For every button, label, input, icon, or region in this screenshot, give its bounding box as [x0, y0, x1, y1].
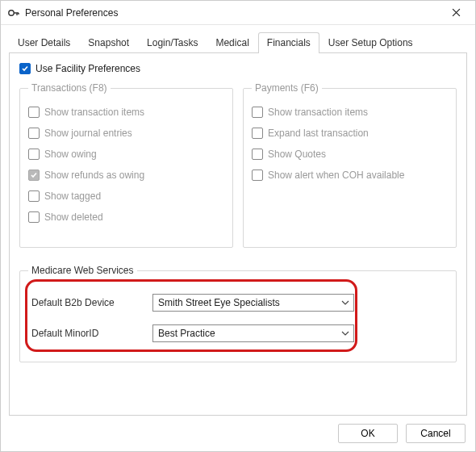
tab-user-setup-options[interactable]: User Setup Options — [319, 32, 422, 53]
tab-medical[interactable]: Medical — [207, 32, 257, 53]
b2b-device-select[interactable]: Smith Street Eye Specialists — [152, 294, 354, 312]
payments-group: Payments (F6) Show transaction itemsExpa… — [243, 82, 457, 248]
titlebar: Personal Preferences — [1, 1, 475, 25]
svg-point-0 — [9, 10, 14, 15]
tab-login-tasks[interactable]: Login/Tasks — [138, 32, 207, 53]
checkbox-icon — [252, 170, 263, 181]
transactions-group: Transactions (F8) Show transaction items… — [19, 82, 233, 248]
transactions-show-refunds-as-owing-label: Show refunds as owing — [44, 170, 144, 181]
transactions-show-journal-entries-label: Show journal entries — [44, 128, 132, 139]
minorid-label: Default MinorID — [31, 328, 152, 339]
payments-show-quotes-label: Show Quotes — [268, 149, 326, 160]
checkbox-icon — [28, 149, 40, 160]
tab-financials[interactable]: Financials — [258, 32, 319, 53]
mws-section: Medicare Web Services Default B2b Device… — [19, 270, 457, 362]
transactions-show-deleted: Show deleted — [28, 211, 224, 223]
payments-p-show-transaction-items: Show transaction items — [252, 107, 448, 118]
payments-show-alert-coh-label: Show alert when COH available — [268, 170, 404, 181]
checkbox-icon — [252, 149, 263, 160]
options-row: Transactions (F8) Show transaction items… — [19, 82, 457, 248]
b2b-label: Default B2b Device — [31, 297, 152, 308]
payments-expand-last-transaction-label: Expand last transaction — [268, 128, 369, 139]
transactions-show-refunds-as-owing: Show refunds as owing — [28, 170, 224, 181]
checkbox-icon — [28, 107, 40, 118]
transactions-show-owing: Show owing — [28, 149, 224, 160]
minorid-select[interactable]: Best Practice — [152, 324, 354, 342]
use-facility-preferences[interactable]: Use Facility Preferences — [19, 63, 457, 74]
checkbox-checked-icon — [28, 170, 40, 181]
dialog-body: User DetailsSnapshotLogin/TasksMedicalFi… — [1, 25, 475, 416]
use-facility-label: Use Facility Preferences — [35, 63, 140, 74]
payments-p-show-transaction-items-label: Show transaction items — [268, 107, 368, 118]
chevron-down-icon — [340, 331, 350, 336]
cancel-button[interactable]: Cancel — [406, 424, 466, 443]
tab-user-details[interactable]: User Details — [9, 32, 79, 53]
dialog-footer: OK Cancel — [1, 416, 475, 451]
checkbox-icon — [28, 190, 40, 202]
transactions-show-tagged-label: Show tagged — [44, 190, 101, 202]
tab-content-financials: Use Facility Preferences Transactions (F… — [9, 53, 467, 416]
transactions-show-journal-entries: Show journal entries — [28, 128, 224, 139]
payments-show-quotes: Show Quotes — [252, 149, 448, 160]
chevron-down-icon — [340, 300, 350, 305]
mws-legend: Medicare Web Services — [28, 265, 137, 276]
tab-snapshot[interactable]: Snapshot — [79, 32, 138, 53]
checkbox-icon — [252, 107, 263, 118]
payments-expand-last-transaction: Expand last transaction — [252, 128, 448, 139]
checkbox-icon — [28, 128, 40, 139]
checkbox-checked-icon — [19, 63, 31, 74]
transactions-show-deleted-label: Show deleted — [44, 211, 103, 223]
checkbox-icon — [252, 128, 263, 139]
transactions-show-owing-label: Show owing — [44, 149, 97, 160]
close-icon — [452, 8, 461, 17]
payments-show-alert-coh: Show alert when COH available — [252, 170, 448, 181]
payments-legend: Payments (F6) — [252, 82, 322, 94]
b2b-value: Smith Street Eye Specialists — [158, 297, 340, 308]
checkbox-icon — [28, 211, 40, 223]
tab-strip: User DetailsSnapshotLogin/TasksMedicalFi… — [9, 31, 467, 53]
minorid-value: Best Practice — [158, 328, 340, 339]
close-button[interactable] — [441, 2, 470, 23]
preferences-window: Personal Preferences User DetailsSnapsho… — [0, 0, 476, 452]
minorid-row: Default MinorID Best Practice — [31, 324, 445, 342]
ok-button[interactable]: OK — [338, 424, 398, 443]
transactions-show-transaction-items: Show transaction items — [28, 107, 224, 118]
transactions-show-tagged: Show tagged — [28, 190, 224, 202]
medicare-web-services-group: Medicare Web Services Default B2b Device… — [19, 270, 457, 362]
key-icon — [7, 6, 20, 19]
transactions-legend: Transactions (F8) — [28, 82, 111, 94]
transactions-show-transaction-items-label: Show transaction items — [44, 107, 144, 118]
b2b-row: Default B2b Device Smith Street Eye Spec… — [31, 294, 445, 312]
window-title: Personal Preferences — [25, 7, 118, 19]
